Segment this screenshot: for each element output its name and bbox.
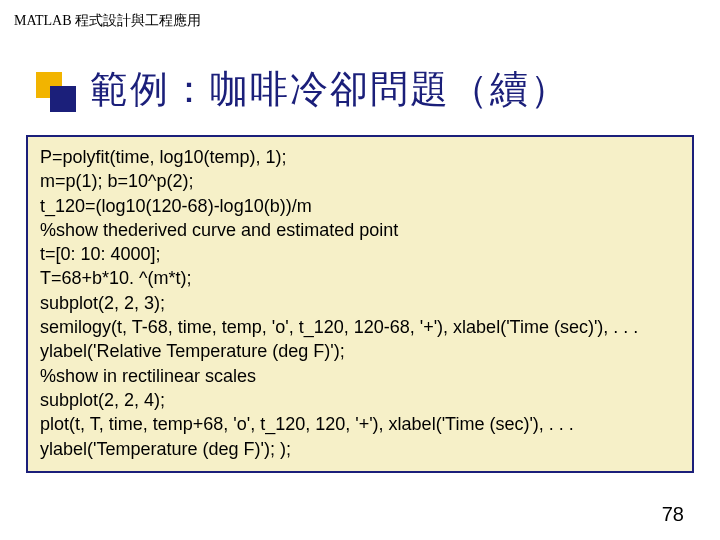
code-line: T=68+b*10. ^(m*t); — [40, 266, 680, 290]
code-block: P=polyfit(time, log10(temp), 1); m=p(1);… — [26, 135, 694, 473]
page-number: 78 — [662, 503, 684, 526]
code-line: semilogy(t, T-68, time, temp, 'o', t_120… — [40, 315, 680, 339]
code-line: t=[0: 10: 4000]; — [40, 242, 680, 266]
slide-title-row: 範例：咖啡冷卻問題（續） — [0, 64, 720, 115]
code-line: m=p(1); b=10^p(2); — [40, 169, 680, 193]
code-line: %show thederived curve and estimated poi… — [40, 218, 680, 242]
code-line: ylabel('Relative Temperature (deg F)'); — [40, 339, 680, 363]
code-line: t_120=(log10(120-68)-log10(b))/m — [40, 194, 680, 218]
code-line: subplot(2, 2, 3); — [40, 291, 680, 315]
code-line: P=polyfit(time, log10(temp), 1); — [40, 145, 680, 169]
code-line: ylabel('Temperature (deg F)'); ); — [40, 437, 680, 461]
title-bullet-icon — [36, 72, 72, 108]
code-line: subplot(2, 2, 4); — [40, 388, 680, 412]
code-line: plot(t, T, time, temp+68, 'o', t_120, 12… — [40, 412, 680, 436]
code-line: %show in rectilinear scales — [40, 364, 680, 388]
slide-header: MATLAB 程式設計與工程應用 — [0, 0, 720, 30]
slide-title: 範例：咖啡冷卻問題（續） — [90, 64, 570, 115]
